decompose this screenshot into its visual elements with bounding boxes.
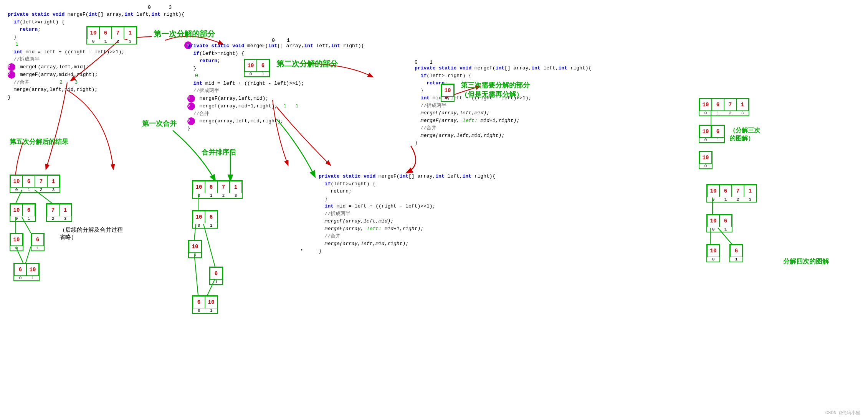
svg-line-3	[35, 190, 52, 203]
label-fourth-diagram: 分解四次的图解	[783, 257, 829, 266]
array-box-top-2: 10 6 0 1	[244, 59, 270, 77]
svg-line-5	[22, 217, 31, 233]
array-box-top-1: 10 6 7 1 0 1 2 3	[86, 26, 137, 44]
svg-line-2	[16, 190, 22, 203]
svg-line-11	[194, 254, 198, 295]
code-block-2: private static void mergeF(int[] array,i…	[187, 42, 364, 133]
index-0-1-top: 0 1	[272, 38, 290, 43]
watermark: CSDN @代码小猴	[825, 410, 860, 416]
code-block-bottom: private static void mergeF(int[] array,i…	[319, 173, 495, 255]
svg-line-12	[207, 279, 215, 295]
tree-lines-cb	[184, 178, 261, 309]
label-first-decomp: 第一次分解的部分	[154, 29, 215, 39]
svg-line-15	[718, 228, 732, 244]
array-box-10-third: 10 0	[441, 84, 455, 102]
svg-line-9	[194, 224, 196, 240]
index-0-top: 0 3	[148, 5, 172, 10]
label-second-decomp: 第二次分解的部分	[276, 59, 338, 69]
label-after-merge: 合并排序后	[202, 148, 236, 157]
tree-lines-lb	[0, 173, 84, 272]
svg-line-10	[203, 224, 215, 267]
svg-line-6	[16, 247, 23, 263]
tree-lines-right-top	[699, 98, 775, 159]
svg-line-7	[26, 247, 31, 263]
tree-lines-rb	[699, 182, 775, 259]
label-third-decomp: 第三次需要分解的部分（但是无需再分解）	[461, 81, 530, 99]
code-block-3: private static void mergeF(int[] array,i…	[415, 64, 591, 147]
center-dot: ·	[299, 245, 304, 254]
code-block-1: private static void mergeF(int[] array,i…	[8, 11, 184, 101]
label-first-merge: 第一次合并	[142, 119, 177, 128]
label-fifth-result: 第五次分解后的结果	[10, 137, 68, 146]
